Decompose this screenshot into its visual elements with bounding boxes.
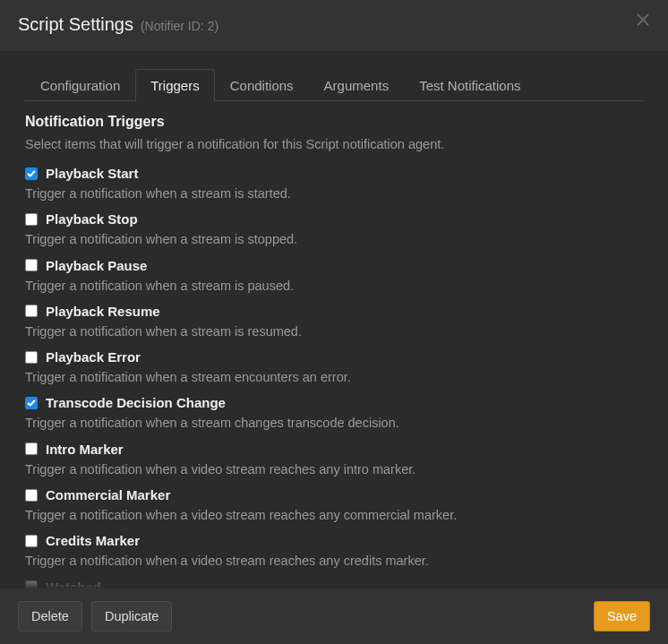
trigger-item: Commercial MarkerTrigger a notification … <box>25 487 643 524</box>
trigger-checkbox[interactable] <box>25 580 38 588</box>
trigger-item: Playback ResumeTrigger a notification wh… <box>25 304 643 340</box>
trigger-description: Trigger a notification when a stream enc… <box>25 368 643 386</box>
trigger-checkbox[interactable] <box>25 305 38 317</box>
script-settings-modal: Script Settings (Notifier ID: 2) Configu… <box>0 0 668 644</box>
tab-triggers[interactable]: Triggers <box>135 69 214 101</box>
trigger-label: Playback Error <box>46 349 141 365</box>
trigger-row: Commercial Marker <box>25 487 643 502</box>
trigger-item: Credits MarkerTrigger a notification whe… <box>25 533 643 570</box>
trigger-item: Playback StartTrigger a notification whe… <box>25 166 643 202</box>
trigger-checkbox[interactable] <box>25 213 38 226</box>
trigger-description: Trigger a notification when a stream is … <box>25 185 643 202</box>
trigger-description: Trigger a notification when a video stre… <box>25 506 643 524</box>
tab-conditions[interactable]: Conditions <box>215 69 309 101</box>
trigger-checkbox[interactable] <box>25 351 38 364</box>
trigger-checkbox[interactable] <box>25 442 38 455</box>
trigger-description: Trigger a notification when a stream is … <box>25 322 643 340</box>
trigger-item: Transcode Decision ChangeTrigger a notif… <box>25 395 643 432</box>
trigger-item: Playback StopTrigger a notification when… <box>25 211 643 248</box>
trigger-row: Playback Start <box>25 166 643 181</box>
trigger-description: Trigger a notification when a stream is … <box>25 230 643 248</box>
trigger-checkbox[interactable] <box>25 259 38 271</box>
trigger-row: Watched <box>25 580 643 588</box>
trigger-description: Trigger a notification when a video stre… <box>25 552 643 570</box>
trigger-row: Intro Marker <box>25 442 643 457</box>
trigger-checkbox[interactable] <box>25 535 38 547</box>
tab-test-notifications[interactable]: Test Notifications <box>404 69 535 101</box>
trigger-label: Transcode Decision Change <box>46 395 226 410</box>
trigger-checkbox[interactable] <box>25 167 38 180</box>
trigger-row: Transcode Decision Change <box>25 395 643 410</box>
modal-title: Script Settings <box>18 14 133 35</box>
delete-button[interactable]: Delete <box>18 601 82 631</box>
trigger-row: Playback Error <box>25 349 643 365</box>
modal-body: ConfigurationTriggersConditionsArguments… <box>0 51 668 588</box>
trigger-checkbox[interactable] <box>25 397 38 409</box>
tab-configuration[interactable]: Configuration <box>25 69 135 101</box>
trigger-label: Watched <box>46 580 101 588</box>
trigger-label: Playback Stop <box>46 211 138 227</box>
tab-arguments[interactable]: Arguments <box>309 69 405 101</box>
section-title: Notification Triggers <box>25 114 643 130</box>
trigger-label: Playback Pause <box>46 258 147 273</box>
tabs: ConfigurationTriggersConditionsArguments… <box>25 69 643 101</box>
save-button[interactable]: Save <box>594 601 650 631</box>
duplicate-button[interactable]: Duplicate <box>91 601 172 631</box>
trigger-item: Intro MarkerTrigger a notification when … <box>25 442 643 478</box>
modal-header: Script Settings (Notifier ID: 2) <box>0 0 668 51</box>
trigger-description: Trigger a notification when a video stre… <box>25 460 643 478</box>
trigger-item: Playback ErrorTrigger a notification whe… <box>25 349 643 386</box>
trigger-list: Playback StartTrigger a notification whe… <box>25 166 643 588</box>
modal-footer: Delete Duplicate Save <box>0 588 668 644</box>
section-description: Select items that will trigger a notific… <box>25 137 643 151</box>
trigger-label: Playback Start <box>46 166 138 181</box>
modal-subtitle: (Notifier ID: 2) <box>141 19 218 33</box>
trigger-item: Playback PauseTrigger a notification whe… <box>25 258 643 295</box>
trigger-row: Credits Marker <box>25 533 643 548</box>
trigger-item: WatchedTrigger a notification when a vid… <box>25 580 643 588</box>
trigger-label: Intro Marker <box>46 442 124 457</box>
trigger-row: Playback Resume <box>25 304 643 319</box>
trigger-description: Trigger a notification when a stream is … <box>25 277 643 295</box>
trigger-label: Credits Marker <box>46 533 140 548</box>
trigger-label: Playback Resume <box>46 304 160 319</box>
trigger-label: Commercial Marker <box>46 487 170 502</box>
trigger-checkbox[interactable] <box>25 489 38 502</box>
trigger-row: Playback Pause <box>25 258 643 273</box>
trigger-row: Playback Stop <box>25 211 643 227</box>
close-icon[interactable] <box>636 13 654 30</box>
trigger-description: Trigger a notification when a stream cha… <box>25 414 643 432</box>
